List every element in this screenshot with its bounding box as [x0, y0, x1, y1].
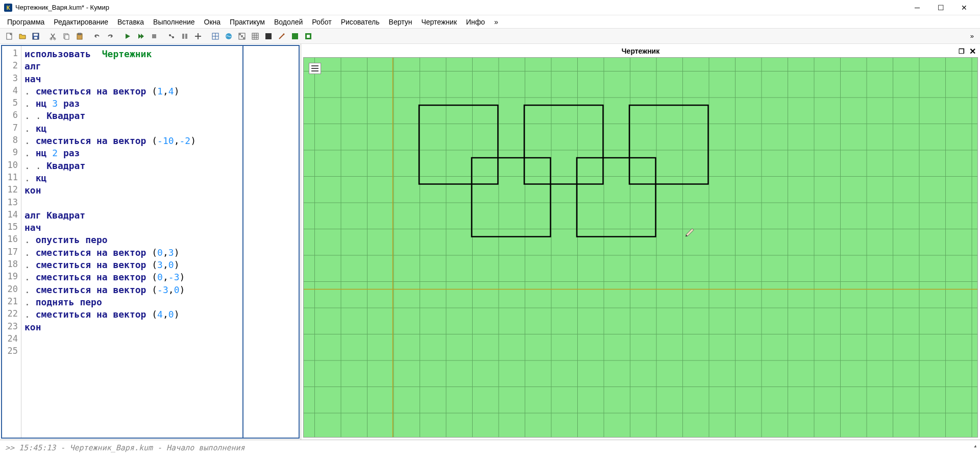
code-line[interactable]: . нц 3 раз [24, 98, 239, 110]
code-line[interactable]: . опустить перо [24, 234, 239, 246]
grid-2-icon[interactable] [249, 30, 261, 42]
open-file-button[interactable] [16, 30, 29, 42]
canvas-close-button[interactable]: ✕ [969, 46, 976, 56]
drawing-canvas[interactable] [303, 57, 978, 438]
redo-button[interactable] [104, 30, 116, 42]
svg-rect-13 [182, 34, 184, 39]
svg-rect-2 [34, 34, 38, 36]
code-line[interactable]: нач [24, 73, 239, 85]
menu-item-12[interactable]: » [490, 17, 502, 27]
grid-svg [304, 58, 977, 438]
tool-2-button[interactable] [179, 30, 191, 42]
line-number: 13 [2, 197, 21, 209]
code-line[interactable]: . сместиться на вектор (-3,0) [24, 284, 239, 296]
tool-3-button[interactable] [192, 30, 204, 42]
toolbar: » [0, 29, 980, 44]
menu-item-10[interactable]: Чертежник [417, 17, 461, 27]
line-number: 11 [2, 172, 21, 184]
svg-rect-7 [65, 35, 69, 39]
code-line[interactable]: . сместиться на вектор (-10,-2) [24, 135, 239, 147]
code-line[interactable]: . кц [24, 123, 239, 135]
code-line[interactable]: алг Квадрат [24, 209, 239, 222]
code-line[interactable]: использовать Чертежник [24, 48, 239, 60]
line-number: 2 [2, 60, 21, 73]
code-line[interactable]: . кц [24, 172, 239, 184]
code-line[interactable] [24, 197, 239, 209]
line-number: 4 [2, 85, 21, 98]
code-area[interactable]: 1234567891011121314151617181920212223242… [1, 45, 300, 439]
menu-item-2[interactable]: Вставка [113, 17, 148, 27]
grid-1-icon[interactable] [209, 30, 222, 42]
code-line[interactable]: . поднять перо [24, 296, 239, 308]
maximize-button[interactable]: ☐ [929, 0, 952, 15]
svg-rect-87 [472, 158, 551, 237]
svg-rect-25 [252, 33, 258, 39]
code-line[interactable]: . нц 2 раз [24, 147, 239, 159]
menu-item-7[interactable]: Робот [308, 17, 335, 27]
line-number: 8 [2, 135, 21, 147]
console-scroll-up[interactable]: ▴ [973, 442, 977, 449]
menu-item-9[interactable]: Вертун [385, 17, 416, 27]
code-line[interactable]: . . Квадрат [24, 110, 239, 122]
code-editor[interactable]: использовать Чертежникалгнач. сместиться… [21, 46, 242, 438]
stop-button[interactable] [148, 30, 160, 42]
window-title: Чертежник_Варя.kum* - Кумир [15, 4, 905, 11]
canvas-pane: Чертежник ❐ ✕ [301, 44, 980, 440]
line-number: 1 [2, 48, 21, 60]
line-number: 9 [2, 147, 21, 159]
canvas-title: Чертежник [622, 47, 659, 55]
dark-icon[interactable] [262, 30, 275, 42]
canvas-pin-button[interactable]: ❐ [959, 47, 965, 55]
copy-button[interactable] [60, 30, 72, 42]
menu-item-4[interactable]: Окна [200, 17, 225, 27]
step-button[interactable] [135, 30, 147, 42]
minimize-button[interactable]: ─ [905, 0, 929, 15]
menu-item-5[interactable]: Практикум [226, 17, 269, 27]
menu-item-11[interactable]: Инфо [462, 17, 489, 27]
menu-item-0[interactable]: Программа [3, 17, 48, 27]
toolbar-overflow-button[interactable]: » [967, 32, 977, 40]
run-button[interactable] [121, 30, 134, 42]
pencil-icon[interactable] [276, 30, 288, 42]
code-line[interactable]: . сместиться на вектор (4,0) [24, 308, 239, 321]
menu-item-8[interactable]: Рисователь [337, 17, 384, 27]
line-number: 15 [2, 222, 21, 234]
menu-item-6[interactable]: Водолей [270, 17, 307, 27]
line-number: 23 [2, 321, 21, 333]
green-2-icon[interactable] [302, 30, 314, 42]
paste-button[interactable] [74, 30, 86, 42]
new-file-button[interactable] [3, 30, 15, 42]
tool-1-button[interactable] [165, 30, 178, 42]
console[interactable]: >> 15:45:13 - Чертежник_Варя.kum - Начал… [0, 440, 980, 458]
code-line[interactable]: . сместиться на вектор (1,4) [24, 85, 239, 98]
menu-bar: ПрограммаРедактированиеВставкаВыполнение… [0, 15, 980, 29]
code-line[interactable]: кон [24, 184, 239, 197]
titlebar: К Чертежник_Варя.kum* - Кумир ─ ☐ ✕ [0, 0, 980, 15]
canvas-menu-button[interactable] [309, 63, 321, 74]
code-line[interactable]: . . Квадрат [24, 160, 239, 172]
menu-item-3[interactable]: Выполнение [149, 17, 199, 27]
code-line[interactable]: . сместиться на вектор (0,-3) [24, 271, 239, 283]
svg-rect-16 [198, 33, 199, 39]
code-line[interactable]: . сместиться на вектор (0,3) [24, 247, 239, 259]
cut-button[interactable] [47, 30, 59, 42]
svg-rect-31 [292, 33, 298, 39]
close-button[interactable]: ✕ [952, 0, 976, 15]
svg-rect-22 [239, 33, 241, 35]
line-number: 10 [2, 160, 21, 172]
code-line[interactable]: алг [24, 60, 239, 73]
menu-item-1[interactable]: Редактирование [50, 17, 112, 27]
undo-button[interactable] [91, 30, 103, 42]
water-icon[interactable] [223, 30, 235, 42]
svg-rect-3 [34, 37, 37, 39]
green-1-icon[interactable] [289, 30, 301, 42]
code-line[interactable]: нач [24, 222, 239, 234]
save-file-button[interactable] [30, 30, 42, 42]
robot-icon[interactable] [236, 30, 248, 42]
code-line[interactable]: . сместиться на вектор (3,0) [24, 259, 239, 271]
line-number: 25 [2, 346, 21, 358]
code-line[interactable]: кон [24, 321, 239, 333]
svg-rect-14 [185, 34, 187, 39]
line-number: 16 [2, 234, 21, 246]
editor-pane: 1234567891011121314151617181920212223242… [0, 44, 301, 440]
